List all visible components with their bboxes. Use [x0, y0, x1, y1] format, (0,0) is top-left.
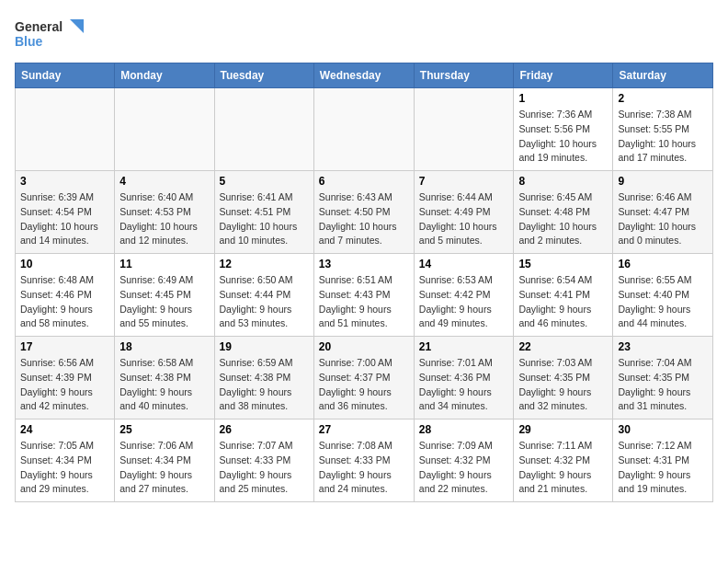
day-info: Sunrise: 7:04 AM Sunset: 4:35 PM Dayligh… [618, 356, 708, 414]
day-info: Sunrise: 6:51 AM Sunset: 4:43 PM Dayligh… [319, 273, 409, 331]
calendar-cell: 3Sunrise: 6:39 AM Sunset: 4:54 PM Daylig… [16, 171, 115, 254]
day-number: 28 [419, 423, 509, 436]
day-number: 12 [220, 258, 309, 270]
day-number: 3 [20, 175, 109, 188]
calendar-cell: 21Sunrise: 7:01 AM Sunset: 4:36 PM Dayli… [414, 337, 514, 419]
calendar-cell: 15Sunrise: 6:54 AM Sunset: 4:41 PM Dayli… [514, 254, 613, 337]
calendar-week-1: 1Sunrise: 7:36 AM Sunset: 5:56 PM Daylig… [16, 88, 713, 171]
svg-marker-2 [70, 19, 84, 33]
day-number: 24 [20, 423, 109, 436]
day-number: 26 [220, 423, 309, 436]
calendar-cell: 25Sunrise: 7:06 AM Sunset: 4:34 PM Dayli… [115, 419, 214, 502]
day-number: 21 [419, 340, 509, 353]
calendar-cell [313, 88, 414, 171]
calendar-cell: 19Sunrise: 6:59 AM Sunset: 4:38 PM Dayli… [214, 337, 313, 419]
day-info: Sunrise: 6:55 AM Sunset: 4:40 PM Dayligh… [618, 273, 708, 331]
day-number: 4 [119, 175, 209, 188]
calendar-cell: 20Sunrise: 7:00 AM Sunset: 4:37 PM Dayli… [313, 337, 414, 419]
day-number: 1 [518, 92, 608, 105]
calendar-cell: 2Sunrise: 7:38 AM Sunset: 5:55 PM Daylig… [613, 88, 713, 171]
calendar-cell: 1Sunrise: 7:36 AM Sunset: 5:56 PM Daylig… [514, 88, 613, 171]
calendar-cell: 16Sunrise: 6:55 AM Sunset: 4:40 PM Dayli… [613, 254, 713, 337]
svg-text:Blue: Blue [15, 34, 43, 49]
day-number: 14 [419, 258, 509, 270]
header-day-wednesday: Wednesday [313, 63, 414, 88]
calendar-cell [16, 88, 115, 171]
day-number: 23 [618, 340, 708, 353]
calendar-cell [214, 88, 313, 171]
header-day-monday: Monday [115, 63, 214, 88]
day-info: Sunrise: 6:56 AM Sunset: 4:39 PM Dayligh… [20, 356, 109, 414]
day-number: 22 [518, 340, 608, 353]
calendar-cell: 7Sunrise: 6:44 AM Sunset: 4:49 PM Daylig… [414, 171, 514, 254]
day-info: Sunrise: 6:43 AM Sunset: 4:50 PM Dayligh… [319, 190, 409, 248]
calendar-cell: 30Sunrise: 7:12 AM Sunset: 4:31 PM Dayli… [613, 419, 713, 502]
day-info: Sunrise: 7:11 AM Sunset: 4:32 PM Dayligh… [518, 439, 608, 497]
calendar-week-2: 3Sunrise: 6:39 AM Sunset: 4:54 PM Daylig… [16, 171, 713, 254]
day-info: Sunrise: 6:44 AM Sunset: 4:49 PM Dayligh… [419, 190, 509, 248]
calendar-cell: 13Sunrise: 6:51 AM Sunset: 4:43 PM Dayli… [313, 254, 414, 337]
day-info: Sunrise: 6:40 AM Sunset: 4:53 PM Dayligh… [119, 190, 209, 248]
day-info: Sunrise: 6:45 AM Sunset: 4:48 PM Dayligh… [518, 190, 608, 248]
day-number: 9 [618, 175, 708, 188]
header-day-sunday: Sunday [16, 63, 115, 88]
day-info: Sunrise: 7:03 AM Sunset: 4:35 PM Dayligh… [518, 356, 608, 414]
day-info: Sunrise: 6:53 AM Sunset: 4:42 PM Dayligh… [419, 273, 509, 331]
calendar-cell: 8Sunrise: 6:45 AM Sunset: 4:48 PM Daylig… [514, 171, 613, 254]
calendar-cell: 26Sunrise: 7:07 AM Sunset: 4:33 PM Dayli… [214, 419, 313, 502]
day-info: Sunrise: 6:46 AM Sunset: 4:47 PM Dayligh… [618, 190, 708, 248]
day-info: Sunrise: 7:07 AM Sunset: 4:33 PM Dayligh… [220, 439, 309, 497]
calendar-cell: 4Sunrise: 6:40 AM Sunset: 4:53 PM Daylig… [115, 171, 214, 254]
day-info: Sunrise: 7:01 AM Sunset: 4:36 PM Dayligh… [419, 356, 509, 414]
day-number: 11 [119, 258, 209, 270]
day-info: Sunrise: 6:50 AM Sunset: 4:44 PM Dayligh… [220, 273, 309, 331]
calendar-cell: 11Sunrise: 6:49 AM Sunset: 4:45 PM Dayli… [115, 254, 214, 337]
calendar-cell: 9Sunrise: 6:46 AM Sunset: 4:47 PM Daylig… [613, 171, 713, 254]
page-header: GeneralBlue [15, 15, 713, 52]
day-info: Sunrise: 7:00 AM Sunset: 4:37 PM Dayligh… [319, 356, 409, 414]
day-info: Sunrise: 6:54 AM Sunset: 4:41 PM Dayligh… [518, 273, 608, 331]
calendar-cell: 18Sunrise: 6:58 AM Sunset: 4:38 PM Dayli… [115, 337, 214, 419]
day-number: 30 [618, 423, 708, 436]
header-day-thursday: Thursday [414, 63, 514, 88]
day-info: Sunrise: 6:59 AM Sunset: 4:38 PM Dayligh… [220, 356, 309, 414]
day-number: 7 [419, 175, 509, 188]
calendar-cell: 29Sunrise: 7:11 AM Sunset: 4:32 PM Dayli… [514, 419, 613, 502]
calendar-cell: 14Sunrise: 6:53 AM Sunset: 4:42 PM Dayli… [414, 254, 514, 337]
calendar-header-row: SundayMondayTuesdayWednesdayThursdayFrid… [16, 63, 713, 88]
calendar-cell: 27Sunrise: 7:08 AM Sunset: 4:33 PM Dayli… [313, 419, 414, 502]
svg-text:General: General [15, 19, 63, 34]
day-number: 16 [618, 258, 708, 270]
logo-svg: GeneralBlue [15, 15, 88, 52]
calendar-week-4: 17Sunrise: 6:56 AM Sunset: 4:39 PM Dayli… [16, 337, 713, 419]
day-number: 19 [220, 340, 309, 353]
day-info: Sunrise: 7:38 AM Sunset: 5:55 PM Dayligh… [618, 108, 708, 166]
calendar-cell: 24Sunrise: 7:05 AM Sunset: 4:34 PM Dayli… [16, 419, 115, 502]
calendar-cell [414, 88, 514, 171]
day-number: 2 [618, 92, 708, 105]
day-info: Sunrise: 6:48 AM Sunset: 4:46 PM Dayligh… [20, 273, 109, 331]
day-info: Sunrise: 7:06 AM Sunset: 4:34 PM Dayligh… [119, 439, 209, 497]
day-info: Sunrise: 7:36 AM Sunset: 5:56 PM Dayligh… [518, 108, 608, 166]
calendar-cell: 22Sunrise: 7:03 AM Sunset: 4:35 PM Dayli… [514, 337, 613, 419]
logo: GeneralBlue [15, 15, 88, 52]
calendar-cell: 10Sunrise: 6:48 AM Sunset: 4:46 PM Dayli… [16, 254, 115, 337]
day-number: 20 [319, 340, 409, 353]
day-info: Sunrise: 7:05 AM Sunset: 4:34 PM Dayligh… [20, 439, 109, 497]
day-info: Sunrise: 6:41 AM Sunset: 4:51 PM Dayligh… [220, 190, 309, 248]
day-number: 13 [319, 258, 409, 270]
day-number: 8 [518, 175, 608, 188]
calendar-cell [115, 88, 214, 171]
day-info: Sunrise: 7:08 AM Sunset: 4:33 PM Dayligh… [319, 439, 409, 497]
calendar-cell: 17Sunrise: 6:56 AM Sunset: 4:39 PM Dayli… [16, 337, 115, 419]
calendar-week-3: 10Sunrise: 6:48 AM Sunset: 4:46 PM Dayli… [16, 254, 713, 337]
calendar-cell: 12Sunrise: 6:50 AM Sunset: 4:44 PM Dayli… [214, 254, 313, 337]
calendar-cell: 28Sunrise: 7:09 AM Sunset: 4:32 PM Dayli… [414, 419, 514, 502]
calendar-cell: 6Sunrise: 6:43 AM Sunset: 4:50 PM Daylig… [313, 171, 414, 254]
calendar-cell: 23Sunrise: 7:04 AM Sunset: 4:35 PM Dayli… [613, 337, 713, 419]
header-day-friday: Friday [514, 63, 613, 88]
calendar-cell: 5Sunrise: 6:41 AM Sunset: 4:51 PM Daylig… [214, 171, 313, 254]
day-number: 17 [20, 340, 109, 353]
day-info: Sunrise: 7:12 AM Sunset: 4:31 PM Dayligh… [618, 439, 708, 497]
header-day-tuesday: Tuesday [214, 63, 313, 88]
